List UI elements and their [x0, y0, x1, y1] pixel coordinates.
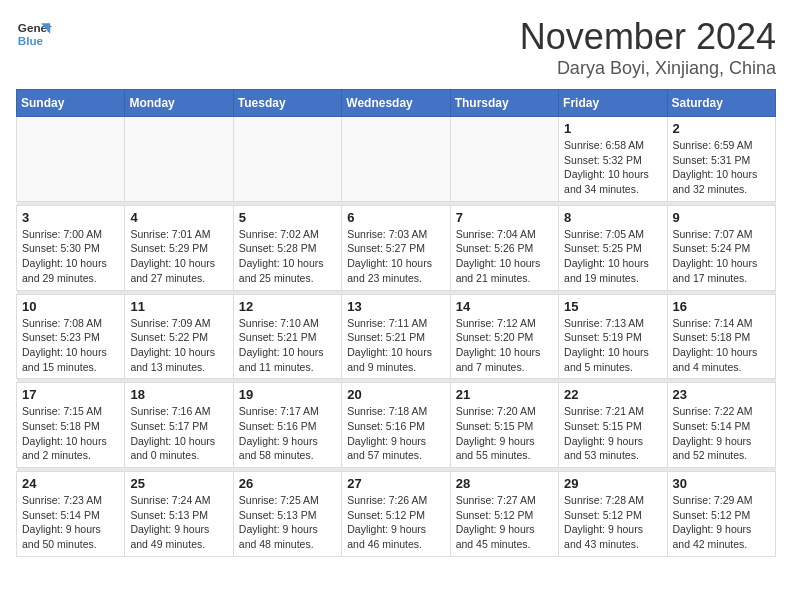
calendar-header-row: SundayMondayTuesdayWednesdayThursdayFrid…: [17, 90, 776, 117]
weekday-header-monday: Monday: [125, 90, 233, 117]
day-detail: Sunrise: 7:26 AMSunset: 5:12 PMDaylight:…: [347, 493, 444, 552]
calendar-cell: 10Sunrise: 7:08 AMSunset: 5:23 PMDayligh…: [17, 294, 125, 379]
day-detail: Sunrise: 7:20 AMSunset: 5:15 PMDaylight:…: [456, 404, 553, 463]
day-number: 21: [456, 387, 553, 402]
day-number: 28: [456, 476, 553, 491]
day-detail: Sunrise: 7:25 AMSunset: 5:13 PMDaylight:…: [239, 493, 336, 552]
day-number: 24: [22, 476, 119, 491]
calendar-cell: 18Sunrise: 7:16 AMSunset: 5:17 PMDayligh…: [125, 383, 233, 468]
day-number: 23: [673, 387, 770, 402]
day-number: 3: [22, 210, 119, 225]
day-detail: Sunrise: 7:12 AMSunset: 5:20 PMDaylight:…: [456, 316, 553, 375]
day-detail: Sunrise: 7:00 AMSunset: 5:30 PMDaylight:…: [22, 227, 119, 286]
day-number: 12: [239, 299, 336, 314]
weekday-header-wednesday: Wednesday: [342, 90, 450, 117]
day-detail: Sunrise: 7:17 AMSunset: 5:16 PMDaylight:…: [239, 404, 336, 463]
svg-text:Blue: Blue: [18, 34, 44, 47]
calendar-cell: [450, 117, 558, 202]
weekday-header-thursday: Thursday: [450, 90, 558, 117]
calendar-cell: 27Sunrise: 7:26 AMSunset: 5:12 PMDayligh…: [342, 472, 450, 557]
weekday-header-friday: Friday: [559, 90, 667, 117]
day-number: 22: [564, 387, 661, 402]
day-number: 14: [456, 299, 553, 314]
day-number: 20: [347, 387, 444, 402]
day-detail: Sunrise: 7:28 AMSunset: 5:12 PMDaylight:…: [564, 493, 661, 552]
day-number: 15: [564, 299, 661, 314]
calendar-cell: [342, 117, 450, 202]
calendar-cell: 8Sunrise: 7:05 AMSunset: 5:25 PMDaylight…: [559, 205, 667, 290]
day-detail: Sunrise: 7:07 AMSunset: 5:24 PMDaylight:…: [673, 227, 770, 286]
day-detail: Sunrise: 7:23 AMSunset: 5:14 PMDaylight:…: [22, 493, 119, 552]
day-number: 18: [130, 387, 227, 402]
weekday-header-tuesday: Tuesday: [233, 90, 341, 117]
calendar-cell: 17Sunrise: 7:15 AMSunset: 5:18 PMDayligh…: [17, 383, 125, 468]
calendar-cell: [17, 117, 125, 202]
calendar-cell: 24Sunrise: 7:23 AMSunset: 5:14 PMDayligh…: [17, 472, 125, 557]
calendar-cell: 7Sunrise: 7:04 AMSunset: 5:26 PMDaylight…: [450, 205, 558, 290]
day-detail: Sunrise: 7:11 AMSunset: 5:21 PMDaylight:…: [347, 316, 444, 375]
day-number: 5: [239, 210, 336, 225]
day-detail: Sunrise: 7:15 AMSunset: 5:18 PMDaylight:…: [22, 404, 119, 463]
day-number: 30: [673, 476, 770, 491]
calendar-cell: 15Sunrise: 7:13 AMSunset: 5:19 PMDayligh…: [559, 294, 667, 379]
day-number: 13: [347, 299, 444, 314]
header: General Blue November 2024 Darya Boyi, X…: [16, 16, 776, 79]
calendar-cell: 29Sunrise: 7:28 AMSunset: 5:12 PMDayligh…: [559, 472, 667, 557]
calendar-cell: 23Sunrise: 7:22 AMSunset: 5:14 PMDayligh…: [667, 383, 775, 468]
day-number: 10: [22, 299, 119, 314]
weekday-header-sunday: Sunday: [17, 90, 125, 117]
day-number: 9: [673, 210, 770, 225]
calendar-cell: 11Sunrise: 7:09 AMSunset: 5:22 PMDayligh…: [125, 294, 233, 379]
calendar-cell: 22Sunrise: 7:21 AMSunset: 5:15 PMDayligh…: [559, 383, 667, 468]
day-number: 27: [347, 476, 444, 491]
calendar-cell: 3Sunrise: 7:00 AMSunset: 5:30 PMDaylight…: [17, 205, 125, 290]
calendar-cell: 28Sunrise: 7:27 AMSunset: 5:12 PMDayligh…: [450, 472, 558, 557]
calendar-cell: 25Sunrise: 7:24 AMSunset: 5:13 PMDayligh…: [125, 472, 233, 557]
calendar-cell: [233, 117, 341, 202]
day-detail: Sunrise: 7:22 AMSunset: 5:14 PMDaylight:…: [673, 404, 770, 463]
day-detail: Sunrise: 7:29 AMSunset: 5:12 PMDaylight:…: [673, 493, 770, 552]
day-number: 2: [673, 121, 770, 136]
day-detail: Sunrise: 7:27 AMSunset: 5:12 PMDaylight:…: [456, 493, 553, 552]
day-detail: Sunrise: 7:16 AMSunset: 5:17 PMDaylight:…: [130, 404, 227, 463]
day-detail: Sunrise: 7:13 AMSunset: 5:19 PMDaylight:…: [564, 316, 661, 375]
location-title: Darya Boyi, Xinjiang, China: [520, 58, 776, 79]
calendar-cell: 6Sunrise: 7:03 AMSunset: 5:27 PMDaylight…: [342, 205, 450, 290]
month-title: November 2024: [520, 16, 776, 58]
calendar-cell: 26Sunrise: 7:25 AMSunset: 5:13 PMDayligh…: [233, 472, 341, 557]
day-detail: Sunrise: 7:03 AMSunset: 5:27 PMDaylight:…: [347, 227, 444, 286]
day-detail: Sunrise: 7:08 AMSunset: 5:23 PMDaylight:…: [22, 316, 119, 375]
calendar-week-row: 17Sunrise: 7:15 AMSunset: 5:18 PMDayligh…: [17, 383, 776, 468]
day-detail: Sunrise: 7:18 AMSunset: 5:16 PMDaylight:…: [347, 404, 444, 463]
calendar-cell: 5Sunrise: 7:02 AMSunset: 5:28 PMDaylight…: [233, 205, 341, 290]
day-number: 7: [456, 210, 553, 225]
day-number: 1: [564, 121, 661, 136]
calendar-cell: 1Sunrise: 6:58 AMSunset: 5:32 PMDaylight…: [559, 117, 667, 202]
day-detail: Sunrise: 7:14 AMSunset: 5:18 PMDaylight:…: [673, 316, 770, 375]
day-number: 25: [130, 476, 227, 491]
logo: General Blue: [16, 16, 52, 52]
calendar-cell: 14Sunrise: 7:12 AMSunset: 5:20 PMDayligh…: [450, 294, 558, 379]
day-number: 19: [239, 387, 336, 402]
calendar-cell: 20Sunrise: 7:18 AMSunset: 5:16 PMDayligh…: [342, 383, 450, 468]
day-detail: Sunrise: 7:09 AMSunset: 5:22 PMDaylight:…: [130, 316, 227, 375]
day-detail: Sunrise: 7:01 AMSunset: 5:29 PMDaylight:…: [130, 227, 227, 286]
day-number: 8: [564, 210, 661, 225]
calendar-cell: [125, 117, 233, 202]
calendar-cell: 12Sunrise: 7:10 AMSunset: 5:21 PMDayligh…: [233, 294, 341, 379]
day-number: 26: [239, 476, 336, 491]
day-detail: Sunrise: 7:04 AMSunset: 5:26 PMDaylight:…: [456, 227, 553, 286]
calendar: SundayMondayTuesdayWednesdayThursdayFrid…: [16, 89, 776, 557]
calendar-cell: 19Sunrise: 7:17 AMSunset: 5:16 PMDayligh…: [233, 383, 341, 468]
day-detail: Sunrise: 6:59 AMSunset: 5:31 PMDaylight:…: [673, 138, 770, 197]
calendar-week-row: 24Sunrise: 7:23 AMSunset: 5:14 PMDayligh…: [17, 472, 776, 557]
calendar-week-row: 3Sunrise: 7:00 AMSunset: 5:30 PMDaylight…: [17, 205, 776, 290]
day-number: 4: [130, 210, 227, 225]
day-detail: Sunrise: 6:58 AMSunset: 5:32 PMDaylight:…: [564, 138, 661, 197]
day-detail: Sunrise: 7:21 AMSunset: 5:15 PMDaylight:…: [564, 404, 661, 463]
calendar-cell: 4Sunrise: 7:01 AMSunset: 5:29 PMDaylight…: [125, 205, 233, 290]
day-number: 11: [130, 299, 227, 314]
day-detail: Sunrise: 7:24 AMSunset: 5:13 PMDaylight:…: [130, 493, 227, 552]
calendar-cell: 16Sunrise: 7:14 AMSunset: 5:18 PMDayligh…: [667, 294, 775, 379]
day-number: 16: [673, 299, 770, 314]
